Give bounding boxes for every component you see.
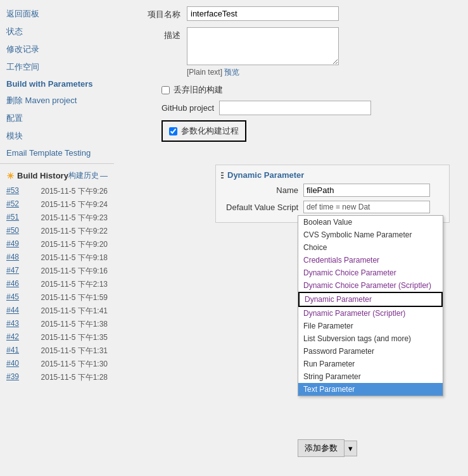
dropdown-item-text[interactable]: Text Parameter	[298, 383, 443, 396]
dropdown-item-cvs[interactable]: CVS Symbolic Name Parameter	[298, 229, 443, 241]
dp-name-label: Name	[221, 185, 303, 195]
github-row: GitHub project	[161, 101, 459, 115]
divider	[0, 163, 114, 164]
drag-handle-icon	[221, 172, 224, 178]
dp-name-row: Name	[221, 184, 444, 197]
build-39-time: 2015-11-5 下午1:28	[41, 372, 108, 383]
dp-script-display[interactable]: def time = new Dat	[303, 201, 430, 213]
build-row: #50 2015-11-5 下午9:22	[0, 225, 114, 238]
build-row: #45 2015-11-5 下午1:59	[0, 291, 114, 304]
param-build-checkbox[interactable]	[169, 127, 177, 135]
build-row: #51 2015-11-5 下午9:23	[0, 211, 114, 225]
build-history-list: #53 2015-11-5 下午9:26 #52 2015-11-5 下午9:2…	[0, 185, 114, 384]
build-history-link[interactable]: 构建历史 —	[68, 170, 108, 181]
build-44-link[interactable]: #44	[6, 306, 19, 316]
build-row: #47 2015-11-5 下午9:16	[0, 265, 114, 278]
sidebar-item-config[interactable]: 配置	[0, 110, 114, 127]
build-row: #41 2015-11-5 下午1:31	[0, 344, 114, 358]
param-section-box: 参数化构建过程	[161, 120, 246, 142]
build-52-time: 2015-11-5 下午9:24	[41, 199, 108, 210]
sidebar-item-changelog[interactable]: 修改记录	[0, 41, 114, 58]
discard-old-row: 丢弃旧的构建	[161, 84, 459, 96]
build-40-time: 2015-11-5 下午1:30	[41, 359, 108, 370]
dp-script-label: Default Value Script	[221, 203, 303, 212]
build-51-time: 2015-11-5 下午9:23	[41, 213, 108, 223]
description-label: 描述	[123, 27, 187, 41]
param-checkbox-row: 参数化构建过程	[169, 125, 239, 137]
dropdown-item-file[interactable]: File Parameter	[298, 320, 443, 332]
build-39-link[interactable]: #39	[6, 372, 19, 383]
dp-name-value	[303, 184, 444, 197]
dropdown-item-dynamic-choice-scriptler[interactable]: Dynamic Choice Parameter (Scriptler)	[298, 279, 443, 292]
sidebar-item-delete-maven[interactable]: 删除 Maven project	[0, 92, 114, 110]
build-47-link[interactable]: #47	[6, 266, 19, 277]
build-42-time: 2015-11-5 下午1:35	[41, 332, 108, 343]
param-build-container: 参数化构建过程	[161, 120, 459, 148]
sidebar-item-back[interactable]: 返回面板	[0, 5, 114, 23]
plain-text-row: [Plain text] 预览	[187, 67, 459, 78]
dp-script-value: def time = new Dat	[303, 201, 444, 213]
project-name-row: 项目名称	[123, 6, 459, 21]
build-45-time: 2015-11-5 下午1:59	[41, 292, 108, 303]
dropdown-item-string[interactable]: String Parameter	[298, 370, 443, 383]
build-50-link[interactable]: #50	[6, 226, 19, 237]
dropdown-item-list-subversion[interactable]: List Subversion tags (and more)	[298, 332, 443, 345]
build-50-time: 2015-11-5 下午9:22	[41, 226, 108, 237]
sidebar-item-workspace[interactable]: 工作空间	[0, 58, 114, 76]
build-41-time: 2015-11-5 下午1:31	[41, 346, 108, 356]
plain-text-label: [Plain text]	[187, 68, 222, 77]
build-51-link[interactable]: #51	[6, 213, 19, 223]
build-40-link[interactable]: #40	[6, 359, 19, 370]
discard-old-label: 丢弃旧的构建	[174, 84, 223, 96]
discard-old-checkbox[interactable]	[161, 86, 170, 94]
build-52-link[interactable]: #52	[6, 199, 19, 210]
sun-icon: ☀	[6, 171, 15, 181]
build-48-link[interactable]: #48	[6, 253, 19, 263]
sidebar-item-status[interactable]: 状态	[0, 23, 114, 41]
build-row: #52 2015-11-5 下午9:24	[0, 198, 114, 211]
sidebar-item-build-with-params[interactable]: Build with Parameters	[0, 76, 114, 92]
main-content: 项目名称 描述 [Plain text] 预览 丢弃旧的构建 GitHub pr…	[114, 0, 468, 476]
build-45-link[interactable]: #45	[6, 292, 19, 303]
dropdown-item-boolean[interactable]: Boolean Value	[298, 216, 443, 229]
add-param-button[interactable]: 添加参数	[298, 439, 345, 457]
build-53-link[interactable]: #53	[6, 186, 19, 197]
build-47-time: 2015-11-5 下午9:16	[41, 266, 108, 277]
build-history-label: Build History	[17, 171, 68, 180]
sidebar-item-email-template[interactable]: Email Template Testing	[0, 145, 114, 161]
project-name-input[interactable]	[187, 6, 339, 21]
project-name-label: 项目名称	[123, 6, 187, 20]
dp-name-input[interactable]	[303, 184, 430, 197]
dropdown-item-dynamic-choice[interactable]: Dynamic Choice Parameter	[298, 266, 443, 279]
build-49-link[interactable]: #49	[6, 239, 19, 250]
description-input[interactable]	[187, 27, 339, 65]
build-43-link[interactable]: #43	[6, 319, 19, 330]
dropdown-item-dynamic-parameter-scriptler[interactable]: Dynamic Parameter (Scriptler)	[298, 307, 443, 320]
build-46-link[interactable]: #46	[6, 279, 19, 290]
dropdown-item-dynamic-parameter[interactable]: Dynamic Parameter	[298, 292, 443, 307]
dropdown-item-password[interactable]: Password Parameter	[298, 345, 443, 358]
build-row: #53 2015-11-5 下午9:26	[0, 185, 114, 198]
github-input[interactable]	[219, 101, 371, 115]
dropdown-item-run[interactable]: Run Parameter	[298, 358, 443, 370]
dropdown-item-credentials[interactable]: Credentials Parameter	[298, 254, 443, 266]
sidebar-item-modules[interactable]: 模块	[0, 127, 114, 145]
build-row: #44 2015-11-5 下午1:41	[0, 304, 114, 318]
add-param-row: 添加参数 ▾	[298, 439, 357, 457]
build-row: #48 2015-11-5 下午9:18	[0, 251, 114, 265]
add-param-arrow-button[interactable]: ▾	[345, 441, 357, 456]
build-42-link[interactable]: #42	[6, 332, 19, 343]
build-row: #39 2015-11-5 下午1:28	[0, 371, 114, 384]
dropdown-menu: Boolean Value CVS Symbolic Name Paramete…	[298, 215, 443, 396]
dp-script-row: Default Value Script def time = new Dat	[221, 201, 444, 213]
dropdown-item-choice[interactable]: Choice	[298, 241, 443, 254]
build-history-title: ☀ Build History	[6, 171, 68, 181]
build-row: #46 2015-11-5 下午2:13	[0, 278, 114, 291]
sidebar: 返回面板 状态 修改记录 工作空间 Build with Parameters …	[0, 0, 114, 476]
description-field: [Plain text] 预览	[187, 27, 459, 78]
build-row: #49 2015-11-5 下午9:20	[0, 238, 114, 251]
build-41-link[interactable]: #41	[6, 346, 19, 356]
build-row: #40 2015-11-5 下午1:30	[0, 358, 114, 371]
dp-panel-header: Dynamic Parameter	[221, 170, 444, 180]
preview-link[interactable]: 预览	[224, 68, 239, 77]
